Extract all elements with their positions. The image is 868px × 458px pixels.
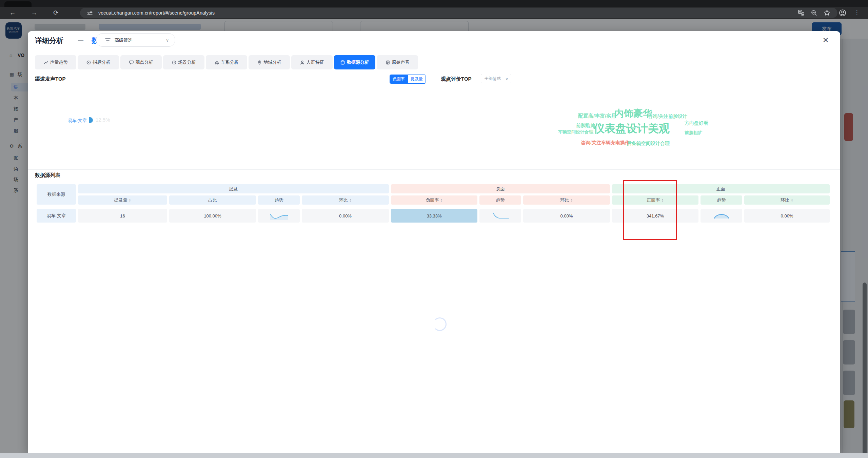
tab-scene-analysis[interactable]: 场景分析 (163, 55, 204, 69)
advanced-filter-label: 高级筛选 (115, 37, 132, 43)
wordcloud-word[interactable]: 咨询/关注车辆充电操作 (581, 140, 630, 146)
advanced-filter-select[interactable]: 高级筛选 ∨ (96, 33, 175, 47)
col-label: 趋势 (717, 197, 726, 203)
close-icon[interactable]: × (820, 35, 831, 46)
tab-label: 车系分析 (221, 59, 239, 65)
chart-axis (89, 95, 89, 161)
sentiment-select[interactable]: 全部情感 ∨ (481, 74, 511, 83)
sort-icon[interactable]: ▲▼ (129, 199, 131, 202)
cell-mention-mom: 0.00% (302, 209, 389, 223)
opinion-wordcloud: 配置高/丰富/实用内饰豪华咨询/关注前脸设计方向盘好看前脸酷帅车辆空间设计合理仪… (550, 105, 818, 151)
wordcloud-word[interactable]: 后备箱空间设计合理 (627, 141, 670, 147)
cell-positive-mom: 0.00% (744, 209, 830, 223)
chevron-down-icon: ∨ (505, 75, 508, 83)
bookmark-star-icon[interactable] (823, 9, 831, 17)
sort-icon[interactable]: ▲▼ (662, 199, 664, 202)
profile-icon[interactable] (837, 8, 848, 18)
bar-segment[interactable] (89, 117, 93, 123)
tab-raw-voice[interactable]: 原始声音 (377, 55, 418, 69)
col-share[interactable]: 占比 (169, 195, 256, 205)
wordcloud-word[interactable]: 车辆空间设计合理 (558, 129, 593, 135)
table-corner-header: 数据来源 (37, 184, 76, 205)
col-label: 环比 (781, 197, 790, 203)
wordcloud-word[interactable]: 咨询/关注前脸设计 (648, 113, 687, 120)
dome-trend-icon (711, 212, 732, 220)
tab-label: 原始声音 (392, 59, 410, 65)
channel-panel-title: 渠道发声TOP (35, 76, 66, 82)
sort-icon[interactable]: ▲▼ (440, 199, 443, 202)
col-label: 负面率 (426, 197, 439, 203)
col-mention-trend: 趋势 (258, 195, 300, 205)
wordcloud-word[interactable]: 方向盘好看 (685, 120, 708, 126)
toggle-mention-volume[interactable]: 提及量 (408, 75, 426, 83)
browser-toolbar: ← → ⟳ vocuat.changan.com.cn/report/#/sce… (0, 7, 868, 19)
tab-opinion-analysis[interactable]: 观点分析 (120, 55, 162, 69)
analysis-tabs: 声量趋势 指标分析 观点分析 场景分析 车系分析 地域分析 (35, 55, 418, 69)
chevron-down-icon: ∨ (166, 38, 169, 43)
cell-positive-rate: 341.67% (612, 209, 698, 223)
wordcloud-word[interactable]: 内饰豪华 (614, 107, 652, 120)
col-label: 环比 (560, 197, 569, 203)
zoom-icon[interactable] (810, 9, 818, 17)
cell-positive-sparkline (701, 209, 742, 223)
wordcloud-word[interactable]: 仪表盘设计美观 (594, 121, 670, 136)
sort-icon[interactable]: ▲▼ (791, 199, 793, 202)
group-header-row: 提及 负面 正面 (78, 184, 830, 193)
screen: ← → ⟳ vocuat.changan.com.cn/report/#/sce… (0, 0, 868, 458)
back-icon[interactable]: ← (7, 8, 18, 18)
col-positive-rate[interactable]: 正面率▲▼ (612, 195, 698, 205)
translate-icon[interactable] (797, 9, 805, 17)
col-negative-rate[interactable]: 负面率▲▼ (391, 195, 477, 205)
sentiment-select-value: 全部情感 (485, 76, 501, 81)
group-mention: 提及 (78, 184, 389, 193)
table-row: 易车-文章 16 100.00% 0.00% 33.33% 0.00% (37, 209, 830, 223)
tab-series-analysis[interactable]: 车系分析 (206, 55, 247, 69)
wordcloud-word[interactable]: 前脸粗犷 (685, 130, 702, 136)
browser-menu-icon[interactable]: ⋮ (852, 8, 862, 18)
group-negative: 负面 (391, 184, 610, 193)
tab-label: 地域分析 (264, 59, 281, 65)
url-text: vocuat.changan.com.cn/report/#/scene/gro… (98, 10, 215, 16)
cell-share: 100.00% (169, 209, 256, 223)
tab-label: 数据源分析 (347, 59, 369, 65)
cell-mention-sparkline (258, 209, 300, 223)
address-bar[interactable]: vocuat.changan.com.cn/report/#/scene/gro… (80, 8, 837, 18)
cell-negative-rate: 33.33% (391, 209, 477, 223)
tab-indicator-analysis[interactable]: 指标分析 (78, 55, 119, 69)
wordcloud-word[interactable]: 配置高/丰富/实用 (578, 113, 616, 119)
col-negative-mom[interactable]: 环比▲▼ (523, 195, 610, 205)
forward-icon[interactable]: → (29, 8, 39, 18)
tab-label: 指标分析 (93, 59, 111, 65)
sort-icon[interactable]: ▲▼ (349, 199, 352, 202)
table-section-title: 数据源列表 (35, 172, 60, 179)
tab-label: 声量趋势 (50, 59, 68, 65)
tab-label: 人群特征 (307, 59, 324, 65)
col-mention-count[interactable]: 提及量▲▼ (78, 195, 167, 205)
tab-volume-trend[interactable]: 声量趋势 (35, 55, 76, 69)
title-separator: — (78, 37, 83, 43)
tab-label: 场景分析 (178, 59, 196, 65)
bar-category-label[interactable]: 易车-文章 (68, 118, 87, 124)
section-divider (28, 169, 840, 170)
col-label: 趋势 (496, 197, 505, 203)
col-negative-trend: 趋势 (479, 195, 521, 205)
col-label: 正面率 (647, 197, 660, 203)
cell-source[interactable]: 易车-文章 (37, 209, 76, 223)
wordcloud-word[interactable]: 前脸酷帅 (576, 123, 595, 129)
tab-audience-profile[interactable]: 人群特征 (291, 55, 333, 69)
sort-icon[interactable]: ▲▼ (571, 199, 573, 202)
tab-datasource-analysis[interactable]: 数据源分析 (334, 55, 375, 69)
wave-trend-icon (269, 212, 289, 220)
col-label: 趋势 (275, 197, 283, 203)
reload-icon[interactable]: ⟳ (51, 8, 61, 18)
col-mention-mom[interactable]: 环比▲▼ (302, 195, 389, 205)
col-label: 提及量 (114, 197, 127, 203)
modal-title: 详细分析 (35, 36, 63, 45)
decline-trend-icon (490, 212, 511, 220)
group-positive: 正面 (612, 184, 830, 193)
bar-value-label: 12.5% (96, 117, 110, 123)
toggle-negative-rate[interactable]: 负面率 (390, 75, 408, 83)
col-positive-mom[interactable]: 环比▲▼ (744, 195, 830, 205)
site-settings-icon[interactable] (86, 9, 94, 17)
tab-region-analysis[interactable]: 地域分析 (249, 55, 290, 69)
